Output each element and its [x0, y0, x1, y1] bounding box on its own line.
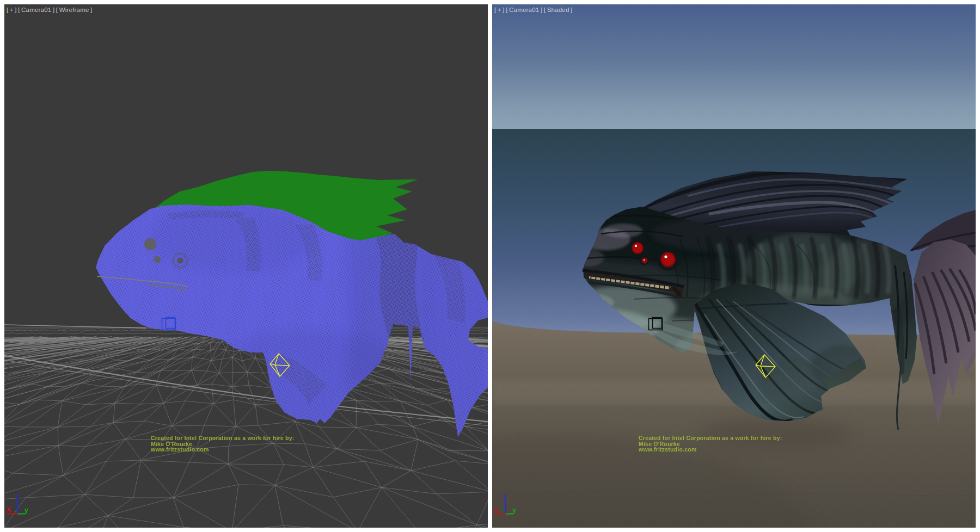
svg-text:z: z — [504, 493, 507, 500]
svg-text:z: z — [16, 493, 19, 500]
svg-text:x: x — [494, 506, 498, 514]
svg-text:y: y — [512, 506, 516, 514]
svg-text:X: X — [7, 506, 11, 514]
svg-text:y: y — [24, 506, 28, 514]
